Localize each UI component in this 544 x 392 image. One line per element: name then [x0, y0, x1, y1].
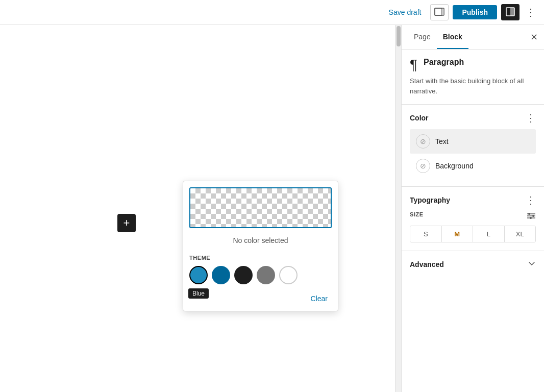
clear-button[interactable]: Clear [307, 292, 332, 305]
paragraph-icon: ¶ [410, 58, 417, 72]
color-picker-footer: Clear [189, 292, 332, 305]
typography-section-title: Typography [410, 196, 450, 204]
color-section-title: Color [410, 114, 429, 122]
sidebar-close-button[interactable]: ✕ [530, 33, 538, 42]
block-info-section: ¶ Paragraph Start with the basic buildin… [402, 50, 544, 105]
editor-scrollbar[interactable] [395, 25, 401, 392]
advanced-section-title: Advanced [410, 260, 444, 268]
typography-more-button[interactable]: ⋮ [526, 195, 536, 205]
color-tooltip-blue: Blue [188, 288, 209, 299]
svg-rect-0 [435, 8, 444, 15]
color-section: Color ⋮ ⊘ Text ⊘ Background [402, 105, 544, 187]
advanced-chevron-icon [528, 259, 536, 270]
advanced-header[interactable]: Advanced [410, 259, 536, 270]
color-swatch-blue[interactable]: Blue [189, 266, 208, 284]
tab-page[interactable]: Page [408, 25, 437, 49]
color-swatch-black[interactable] [234, 266, 253, 284]
background-color-label: Background [435, 162, 474, 170]
block-title: Paragraph [424, 58, 464, 67]
size-s-button[interactable]: S [410, 226, 442, 242]
text-color-icon: ⊘ [416, 134, 430, 149]
editor-area: + No color selected THEME Blue [0, 25, 401, 392]
color-option-text[interactable]: ⊘ Text [410, 129, 536, 154]
background-color-icon: ⊘ [416, 159, 430, 173]
color-more-button[interactable]: ⋮ [526, 113, 536, 123]
sidebar-tabs: Page Block ✕ [402, 25, 544, 50]
text-color-label: Text [435, 137, 449, 145]
tab-block[interactable]: Block [437, 25, 468, 49]
size-buttons: S M L XL [410, 226, 536, 242]
color-picker-popup: No color selected THEME Blue Clear [183, 181, 338, 311]
color-swatch-dark-blue[interactable] [212, 266, 230, 284]
sidebar: Page Block ✕ ¶ Paragraph Start with the … [401, 25, 544, 392]
size-l-button[interactable]: L [473, 226, 505, 242]
block-header: ¶ Paragraph [410, 58, 536, 72]
color-swatch-white[interactable] [279, 266, 298, 284]
main-area: + No color selected THEME Blue [0, 25, 544, 392]
add-block-button[interactable]: + [117, 214, 136, 232]
no-color-label: No color selected [189, 233, 332, 248]
size-xl-button[interactable]: XL [505, 226, 536, 242]
color-swatch-gray[interactable] [257, 266, 275, 284]
size-label: SIZE [410, 211, 424, 217]
toolbar: Save draft Publish ⋮ [0, 0, 544, 25]
typography-header: Typography ⋮ [410, 195, 536, 205]
svg-point-9 [530, 217, 532, 219]
theme-label: THEME [189, 255, 332, 261]
color-preview-box [189, 187, 332, 228]
size-adjust-icon[interactable] [527, 212, 536, 222]
scrollbar-thumb [397, 26, 401, 46]
svg-rect-1 [435, 8, 442, 15]
theme-colors: Blue [189, 266, 332, 284]
preview-icon [434, 8, 444, 17]
size-m-button[interactable]: M [442, 226, 474, 242]
settings-icon [506, 7, 515, 18]
svg-point-8 [532, 215, 534, 217]
more-options-button[interactable]: ⋮ [524, 4, 538, 20]
advanced-section: Advanced [402, 251, 544, 278]
svg-point-7 [528, 213, 530, 215]
color-option-background[interactable]: ⊘ Background [410, 154, 536, 178]
settings-button[interactable] [501, 4, 520, 20]
color-section-header: Color ⋮ [410, 113, 536, 123]
block-description: Start with the basic building block of a… [410, 76, 536, 96]
save-draft-button[interactable]: Save draft [384, 5, 427, 19]
typography-section: Typography ⋮ SIZE S [402, 187, 544, 251]
preview-button[interactable] [430, 4, 449, 20]
svg-rect-3 [510, 8, 514, 16]
publish-button[interactable]: Publish [453, 5, 497, 19]
